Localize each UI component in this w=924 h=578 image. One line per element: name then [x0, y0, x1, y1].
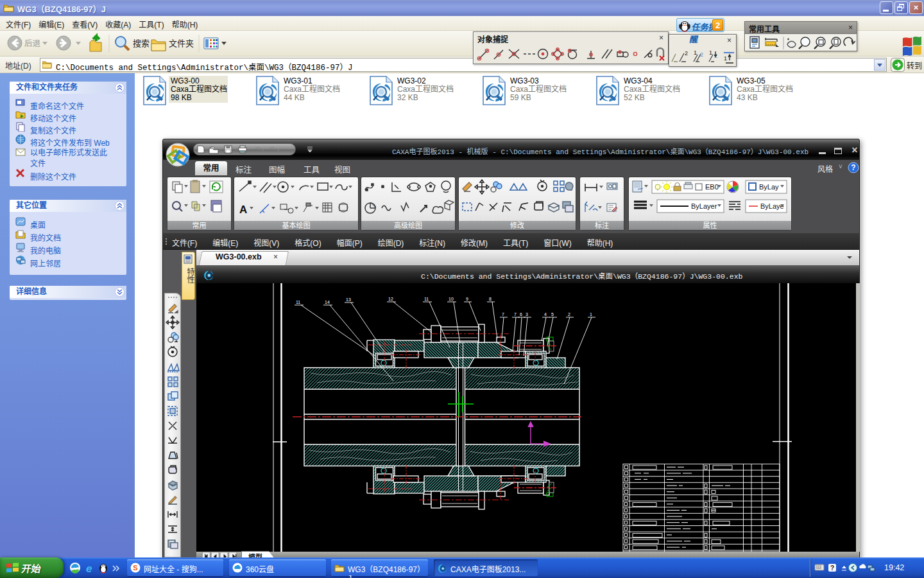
svg-text:11: 11 — [296, 300, 300, 304]
svg-text:?: ? — [830, 565, 834, 572]
svg-text:ByLay: ByLay — [759, 183, 779, 191]
svg-text:后退: 后退 — [24, 39, 41, 48]
svg-text:13: 13 — [346, 297, 351, 302]
svg-text:2: 2 — [568, 312, 570, 317]
svg-text:?: ? — [851, 163, 855, 172]
svg-text:12: 12 — [388, 297, 393, 301]
svg-text:3: 3 — [526, 312, 528, 317]
svg-text:S: S — [133, 564, 137, 572]
svg-text:1: 1 — [724, 55, 727, 62]
svg-text:14: 14 — [325, 300, 330, 304]
svg-text:ByLaye: ByLaye — [760, 202, 784, 210]
svg-text:7: 7 — [502, 312, 504, 317]
svg-text:2: 2 — [700, 51, 703, 58]
svg-text:2: 2 — [685, 50, 688, 57]
svg-text:8: 8 — [489, 297, 492, 301]
svg-text:5: 5 — [551, 312, 554, 317]
svg-text:搜索: 搜索 — [133, 39, 150, 48]
svg-text:4: 4 — [544, 312, 547, 317]
svg-text:6: 6 — [520, 312, 522, 317]
svg-text:11: 11 — [424, 297, 429, 301]
svg-text:EB0: EB0 — [705, 183, 719, 191]
svg-text:7: 7 — [514, 312, 517, 317]
svg-text:A: A — [239, 204, 247, 216]
svg-text:1: 1 — [709, 49, 712, 56]
svg-text:e: e — [86, 563, 92, 575]
svg-text:1: 1 — [694, 49, 697, 56]
svg-text:ByLayer: ByLayer — [691, 202, 717, 210]
svg-text:1: 1 — [590, 312, 592, 317]
svg-text:文件夹: 文件夹 — [169, 39, 194, 48]
svg-text:10: 10 — [449, 297, 454, 301]
svg-text:9: 9 — [466, 297, 468, 301]
